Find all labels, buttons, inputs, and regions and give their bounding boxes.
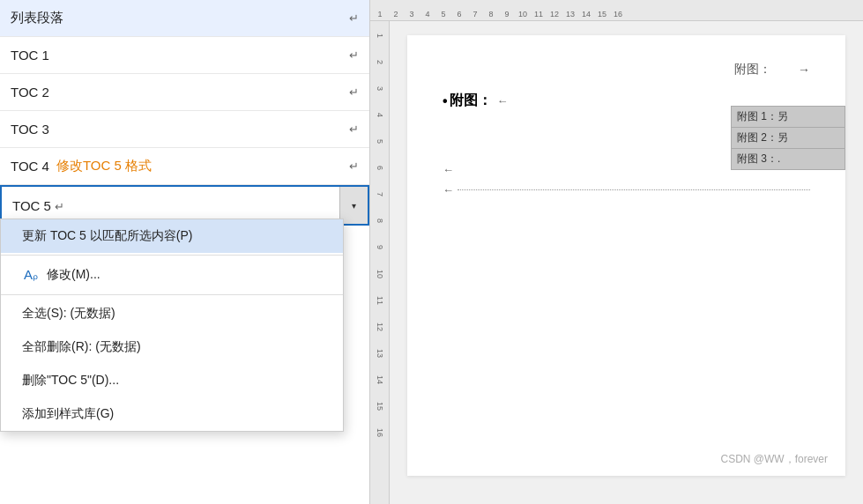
ruler-mark: 4 <box>420 10 435 19</box>
futu-header-text: 附图： <box>734 62 771 78</box>
dropdown-item-modify[interactable]: Aᵨ 修改(M)... <box>1 257 343 293</box>
document-page: 附图： → • 附图： ← 附图 1：另 附图 2：另 附图 3：. ← <box>407 35 845 476</box>
content-with-ruler: 1 2 3 4 5 6 7 8 9 10 11 12 13 14 15 16 <box>370 21 863 504</box>
ruler-mark-v: 14 <box>376 367 384 393</box>
toc5-dropdown-menu: 更新 TOC 5 以匹配所选内容(P) Aᵨ 修改(M)... 全选(S): (… <box>0 219 344 432</box>
bullet-icon: • <box>443 93 448 109</box>
dropdown-label: 删除"TOC 5"(D)... <box>22 373 119 389</box>
style-label: 列表段落 <box>11 10 342 26</box>
return-icon: ↵ <box>349 85 359 99</box>
gray-box-item3: 附图 3：. <box>732 149 844 169</box>
ruler-mark: 1 <box>372 10 388 19</box>
modify-icon: Aᵨ <box>22 266 40 284</box>
ruler-mark: 3 <box>404 10 420 19</box>
dropdown-label: 全选(S): (无数据) <box>22 306 115 322</box>
style-label: TOC 4 <box>11 159 49 174</box>
ruler-mark-v: 10 <box>376 261 384 287</box>
sidebar-item-toc3[interactable]: TOC 3 ↵ <box>0 111 369 148</box>
ruler-mark: 7 <box>467 10 483 19</box>
ruler-mark-v: 4 <box>376 102 384 129</box>
dropdown-label: 修改(M)... <box>47 267 100 283</box>
ruler-mark-v: 2 <box>376 49 384 76</box>
dropdown-item-delete-toc5[interactable]: 删除"TOC 5"(D)... <box>1 364 343 397</box>
ruler-mark: 14 <box>578 10 594 19</box>
watermark: CSDN @WW，forever <box>720 452 828 467</box>
vertical-ruler: 1 2 3 4 5 6 7 8 9 10 11 12 13 14 15 16 <box>370 21 390 504</box>
dropdown-label: 添加到样式库(G) <box>22 406 114 422</box>
toc5-label: TOC 5 ↵ <box>2 191 339 220</box>
dropdown-label: 更新 TOC 5 以匹配所选内容(P) <box>22 228 192 244</box>
doc-dotted-line-row: ← <box>443 183 810 196</box>
return-icon: ↵ <box>349 11 359 25</box>
dotted-line <box>458 189 810 190</box>
gray-box-item2: 附图 2：另 <box>732 128 844 149</box>
style-label: TOC 2 <box>11 85 342 100</box>
dropdown-label: 全部删除(R): (无数据) <box>22 339 141 355</box>
ruler-mark: 15 <box>594 10 610 19</box>
return-icon-2: ← <box>443 183 454 196</box>
dropdown-item-add-to-library[interactable]: 添加到样式库(G) <box>1 397 343 431</box>
ruler-mark-v: 16 <box>376 419 384 446</box>
style-label: TOC 3 <box>11 122 342 137</box>
toc5-text: TOC 5 <box>12 198 51 213</box>
sidebar-item-list-paragraph[interactable]: 列表段落 ↵ <box>0 0 369 37</box>
ruler-mark: 12 <box>547 10 562 19</box>
ruler-mark: 13 <box>562 10 578 19</box>
ruler-mark: 9 <box>499 10 515 19</box>
ruler-mark: 16 <box>610 10 626 19</box>
ruler-mark-v: 3 <box>376 76 384 102</box>
horizontal-ruler: 1 2 3 4 5 6 7 8 9 10 11 12 13 14 15 16 <box>370 0 863 21</box>
return-icon: ↵ <box>349 122 359 136</box>
return-icon: ↵ <box>349 159 359 173</box>
ruler-mark-v: 1 <box>376 23 384 49</box>
sidebar-item-toc1[interactable]: TOC 1 ↵ <box>0 37 369 74</box>
ruler-mark-v: 7 <box>376 182 384 208</box>
ruler-mark-v: 6 <box>376 155 384 182</box>
ruler-numbers-v: 1 2 3 4 5 6 7 8 9 10 11 12 13 14 15 16 <box>376 23 384 446</box>
ruler-mark-v: 8 <box>376 208 384 234</box>
sidebar-item-toc4[interactable]: TOC 4 修改TOC 5 格式 ↵ <box>0 148 369 185</box>
dropdown-item-update-toc5[interactable]: 更新 TOC 5 以匹配所选内容(P) <box>1 219 343 253</box>
arrow-right-icon: → <box>798 63 810 77</box>
ruler-mark: 8 <box>483 10 499 19</box>
ruler-mark: 2 <box>388 10 404 19</box>
dropdown-item-select-all[interactable]: 全选(S): (无数据) <box>1 297 343 330</box>
ruler-mark: 6 <box>451 10 467 19</box>
dropdown-item-delete-all[interactable]: 全部删除(R): (无数据) <box>1 330 343 364</box>
ruler-mark-v: 15 <box>376 393 384 419</box>
dropdown-divider <box>1 294 343 295</box>
sidebar-item-toc2[interactable]: TOC 2 ↵ <box>0 74 369 111</box>
document-area: 1 2 3 4 5 6 7 8 9 10 11 12 13 14 15 16 1… <box>370 0 863 504</box>
ruler-mark-v: 11 <box>376 287 384 314</box>
document-content: 附图： → • 附图： ← 附图 1：另 附图 2：另 附图 3：. ← <box>390 21 863 504</box>
toc4-hint: 修改TOC 5 格式 <box>56 158 152 174</box>
style-label: TOC 1 <box>11 48 342 63</box>
styles-panel: 列表段落 ↵ TOC 1 ↵ TOC 2 ↵ TOC 3 ↵ TOC 4 修改T… <box>0 0 370 504</box>
return-icon: ↵ <box>55 200 68 213</box>
bullet-text: 附图： <box>450 92 492 110</box>
ruler-mark: 10 <box>515 10 531 19</box>
ruler-mark-v: 9 <box>376 234 384 261</box>
doc-line-futu-header: 附图： → <box>443 62 810 78</box>
ruler-mark: 11 <box>531 10 547 19</box>
ruler-mark-v: 13 <box>376 340 384 367</box>
ruler-numbers-h: 1 2 3 4 5 6 7 8 9 10 11 12 13 14 15 16 <box>370 10 626 19</box>
ruler-mark-v: 5 <box>376 129 384 155</box>
gray-box: 附图 1：另 附图 2：另 附图 3：. <box>731 106 845 170</box>
gray-box-item1: 附图 1：另 <box>732 107 844 128</box>
return-icon: ← <box>497 94 509 107</box>
ruler-mark: 5 <box>435 10 451 19</box>
dropdown-divider <box>1 255 343 256</box>
return-icon: ↵ <box>349 48 359 62</box>
ruler-mark-v: 12 <box>376 314 384 340</box>
